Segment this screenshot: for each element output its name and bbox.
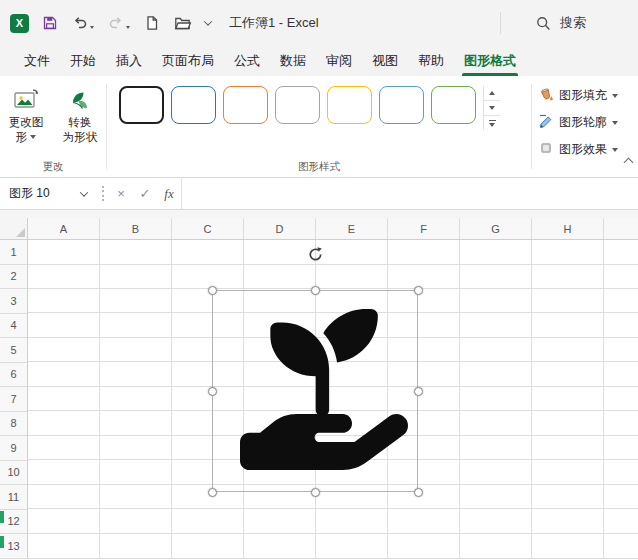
cancel-button[interactable]: × (109, 178, 133, 209)
row-header-3[interactable]: 3 (0, 289, 27, 314)
row-header-1[interactable]: 1 (0, 240, 27, 265)
formula-input[interactable] (181, 178, 638, 209)
open-folder-icon (174, 15, 192, 31)
selection-handle-bottom-left[interactable] (208, 488, 217, 497)
new-file-button[interactable] (143, 14, 161, 32)
row-header-9[interactable]: 9 (0, 436, 27, 461)
undo-icon (72, 15, 88, 31)
selected-shape-hand-holding-seedling[interactable] (240, 304, 408, 476)
shape-styles-group: 图形样式 (107, 76, 531, 177)
new-file-icon (144, 15, 160, 31)
formula-bar: 图形 10 × ✓ fx (0, 178, 638, 210)
tab-page-layout[interactable]: 页面布局 (152, 46, 224, 76)
chevron-down-icon (612, 94, 618, 98)
name-box-resize-grip[interactable] (96, 178, 109, 209)
quick-access-toolbar: X (10, 14, 211, 33)
redo-icon (108, 15, 124, 31)
shape-style-swatch-5[interactable] (327, 86, 372, 124)
worksheet: A B C D E F G H 1 2 3 4 5 6 7 8 9 10 11 … (0, 218, 638, 559)
row-header-13[interactable]: 13 (0, 534, 27, 559)
excel-app-icon[interactable]: X (10, 14, 29, 33)
selection-handle-middle-right[interactable] (414, 387, 423, 396)
selection-handle-bottom-center[interactable] (311, 488, 320, 497)
save-icon (42, 15, 58, 31)
column-header-g[interactable]: G (460, 218, 532, 239)
shape-style-swatch-7[interactable] (431, 86, 476, 124)
row-header-8[interactable]: 8 (0, 412, 27, 437)
change-graphic-icon (13, 85, 39, 115)
convert-to-shape-icon (68, 85, 92, 115)
enter-button[interactable]: ✓ (133, 178, 157, 209)
selection-handle-bottom-right[interactable] (414, 488, 423, 497)
cells-area[interactable] (28, 240, 638, 559)
save-button[interactable] (41, 14, 59, 32)
tab-file[interactable]: 文件 (14, 46, 60, 76)
column-header-c[interactable]: C (172, 218, 244, 239)
tab-data[interactable]: 数据 (270, 46, 316, 76)
rotate-handle[interactable] (307, 246, 324, 263)
gallery-more-button[interactable] (484, 116, 500, 130)
qat-customize-chevron-icon[interactable] (204, 17, 212, 25)
row-headers: 1 2 3 4 5 6 7 8 9 10 11 12 13 (0, 240, 28, 559)
row-header-7[interactable]: 7 (0, 387, 27, 412)
row-header-12[interactable]: 12 (0, 510, 27, 535)
shape-style-swatch-2[interactable] (171, 86, 216, 124)
tab-insert[interactable]: 插入 (106, 46, 152, 76)
shape-outline-button[interactable]: 图形轮廓 (538, 113, 636, 132)
row-header-6[interactable]: 6 (0, 363, 27, 388)
shape-effects-button[interactable]: 图形效果 (538, 140, 636, 159)
column-header-d[interactable]: D (244, 218, 316, 239)
open-file-button[interactable] (173, 14, 193, 32)
shape-style-swatch-4[interactable] (275, 86, 320, 124)
name-box-chevron-icon (80, 188, 88, 196)
column-header-partial[interactable] (604, 218, 638, 239)
shape-format-buttons-group: 图形填充 图形轮廓 图形效果 (532, 76, 638, 177)
change-group: 更改图 形 转换 为形状 更改 (0, 76, 106, 177)
search-icon (536, 16, 551, 31)
selection-handle-top-center[interactable] (311, 286, 320, 295)
undo-button[interactable] (71, 14, 95, 32)
row-header-10[interactable]: 10 (0, 461, 27, 486)
row-header-2[interactable]: 2 (0, 265, 27, 290)
selection-handle-top-right[interactable] (414, 286, 423, 295)
column-header-f[interactable]: F (388, 218, 460, 239)
green-marker (0, 536, 4, 548)
ribbon-collapse-button[interactable] (625, 154, 632, 169)
row-header-5[interactable]: 5 (0, 338, 27, 363)
select-all-corner[interactable] (0, 218, 28, 239)
tab-view[interactable]: 视图 (362, 46, 408, 76)
tab-formulas[interactable]: 公式 (224, 46, 270, 76)
gallery-scroll-down-button[interactable] (484, 101, 500, 116)
column-header-h[interactable]: H (532, 218, 604, 239)
row-header-4[interactable]: 4 (0, 314, 27, 339)
green-marker (0, 511, 4, 523)
chevron-down-icon (30, 135, 36, 139)
search-label: 搜索 (560, 14, 586, 32)
shape-style-swatch-3[interactable] (223, 86, 268, 124)
tab-shape-format[interactable]: 图形格式 (454, 46, 526, 76)
shape-style-swatch-1[interactable] (119, 86, 164, 124)
titlebar: X (0, 0, 638, 46)
gallery-scroll-up-button[interactable] (484, 86, 500, 101)
tab-help[interactable]: 帮助 (408, 46, 454, 76)
name-box[interactable]: 图形 10 (0, 178, 96, 209)
formula-bar-spacer (0, 210, 638, 218)
selection-handle-middle-left[interactable] (208, 387, 217, 396)
window-title: 工作簿1 - Excel (229, 14, 319, 32)
paint-bucket-icon (538, 86, 554, 105)
tab-review[interactable]: 审阅 (316, 46, 362, 76)
selection-handle-top-left[interactable] (208, 286, 217, 295)
shape-style-swatch-6[interactable] (379, 86, 424, 124)
redo-dropdown-icon (126, 26, 130, 29)
effects-icon (538, 140, 554, 159)
row-header-11[interactable]: 11 (0, 485, 27, 510)
column-header-e[interactable]: E (316, 218, 388, 239)
redo-button[interactable] (107, 14, 131, 32)
tab-home[interactable]: 开始 (60, 46, 106, 76)
shape-fill-button[interactable]: 图形填充 (538, 86, 636, 105)
search-box[interactable]: 搜索 (500, 12, 586, 34)
insert-function-button[interactable]: fx (157, 178, 181, 209)
column-header-a[interactable]: A (28, 218, 100, 239)
column-header-b[interactable]: B (100, 218, 172, 239)
shape-styles-group-label: 图形样式 (107, 160, 531, 174)
